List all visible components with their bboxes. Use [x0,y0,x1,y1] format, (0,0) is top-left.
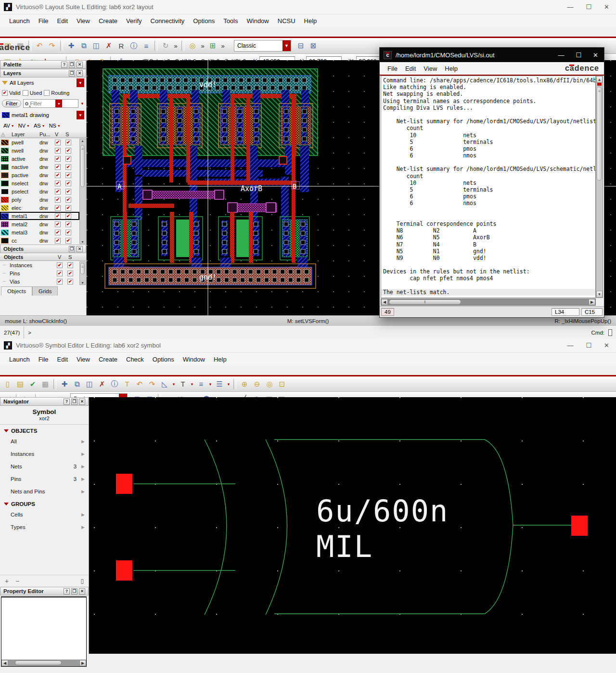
selectable-checkbox[interactable] [65,172,71,178]
visible-checkbox[interactable] [55,156,61,162]
label-icon[interactable]: T [121,378,133,390]
instances[interactable]: Instances ▶ [0,448,89,460]
layer-filter-combo[interactable]: All Layers ▼ [0,78,86,88]
scroll-right-icon[interactable]: ▶ [589,299,595,305]
selectable-checkbox[interactable] [65,197,71,203]
visible-checkbox[interactable] [55,140,61,145]
layer-row[interactable]: active drw [0,155,79,163]
menu-item[interactable]: Edit [53,17,72,25]
menu-item[interactable]: View [72,356,94,363]
lvs-titlebar[interactable]: c /home/lordm1/CMOSedu/LVS/si.out — ☐ ✕ [380,48,604,62]
scroll-down-icon[interactable]: ▼ [596,291,603,298]
new-icon[interactable]: ▯ [2,378,13,390]
nets-and-pins[interactable]: Nets and Pins ▶ [0,485,89,498]
ns[interactable]: NS▼ [48,123,62,129]
visible-checkbox[interactable] [57,262,63,268]
selectable-checkbox[interactable] [67,262,73,268]
float-icon[interactable]: ❐ [69,70,75,77]
objects-section[interactable]: OBJECTS [0,425,89,435]
menu-item[interactable]: Help [209,356,231,363]
menu-item[interactable]: Create [94,356,122,363]
layer-row[interactable]: nactive drw [0,163,79,171]
selectable-checkbox[interactable] [65,221,71,227]
types[interactable]: Types ▶ [0,521,89,533]
selectable-checkbox[interactable] [65,156,71,162]
delete-icon[interactable]: ✗ [96,378,108,390]
menu-item[interactable]: Launch [5,356,34,363]
move-icon[interactable]: ✚ [59,378,70,390]
help-icon[interactable]: ? [64,588,70,595]
menu-item[interactable]: Window [243,17,273,25]
menu-item[interactable]: File [34,356,53,363]
dropdown-caret[interactable]: ▾ [208,378,213,390]
scroll-up-icon[interactable]: ▲ [596,76,603,83]
chevron-right-icon[interactable]: ▶ [81,439,85,444]
menu-item[interactable]: Options [189,17,219,25]
selectable-checkbox[interactable] [67,279,73,285]
output-pin[interactable] [571,516,588,536]
nv[interactable]: NV▼ [17,123,31,129]
object-row[interactable]: ┈ Instances [0,261,79,269]
visible-checkbox[interactable] [55,189,61,194]
chevron-right-icon[interactable]: ▶ [81,489,85,494]
layer-row[interactable]: metal3 drw [0,228,79,236]
minimize-icon[interactable]: — [558,52,564,59]
menu-item[interactable]: File [384,65,401,72]
visible-checkbox[interactable] [55,213,61,219]
menu-item[interactable]: View [72,17,94,25]
menu-item[interactable]: NCSU [273,17,300,25]
visible-checkbox[interactable] [55,238,61,244]
close-icon[interactable]: ✕ [593,52,598,59]
dropdown-caret[interactable]: ▾ [171,378,176,390]
properties-icon[interactable]: ⓘ [109,378,120,390]
close-icon[interactable]: ✕ [77,246,83,252]
used[interactable]: Used [23,90,42,96]
visible-checkbox[interactable] [55,164,61,170]
av[interactable]: AV▼ [2,123,16,129]
menu-item[interactable]: File [34,17,53,25]
columns-icon[interactable]: ▯ [80,578,84,584]
input-pin-b[interactable] [116,560,132,581]
menu-item[interactable]: Options [148,356,179,363]
menu-item[interactable]: Tools [219,17,242,25]
visible-checkbox[interactable] [55,148,61,154]
selectable-checkbox[interactable] [65,205,71,211]
layer-row[interactable]: pwell drw [0,138,79,146]
layer-row[interactable]: pselect drw [0,187,79,195]
selectable-checkbox[interactable] [65,189,71,194]
copy-icon[interactable]: ⧉ [71,378,83,390]
maximize-icon[interactable]: ☐ [586,342,591,349]
save-icon[interactable]: ▦ [39,378,51,390]
lvs-vertical-scrollbar[interactable]: ▲ ▼ [596,76,603,298]
zoom-in-icon[interactable]: ⊕ [239,378,250,390]
chevron-right-icon[interactable]: ▶ [81,512,85,517]
selectable-checkbox[interactable] [65,140,71,145]
grids[interactable]: Grids [32,286,58,296]
zoom-out-icon[interactable]: ⊖ [251,378,263,390]
close-icon[interactable]: ✕ [77,70,83,77]
cells[interactable]: Cells ▶ [0,508,89,521]
layer-row[interactable]: elec drw [0,204,79,212]
pins[interactable]: Pins 3 ▶ [0,473,89,485]
layer-row[interactable]: metal1 drw [0,212,79,220]
visible-checkbox[interactable] [55,221,61,227]
as[interactable]: AS▼ [32,123,47,129]
layer-scrollbar[interactable]: ▲ ▼ [79,139,86,244]
objects[interactable]: Objects [1,286,32,296]
menu-item[interactable]: Help [300,17,321,25]
close-icon[interactable]: ✕ [77,62,83,68]
close-icon[interactable]: ✕ [79,399,85,405]
help-icon[interactable]: ? [64,399,70,405]
divider[interactable] [233,379,236,389]
scroll-left-icon[interactable]: ◀ [381,299,388,305]
open-icon[interactable]: ▤ [14,378,26,390]
layer-row[interactable]: nwell drw [0,146,79,155]
chevron-right-icon[interactable]: ▶ [81,452,85,456]
distribute-icon[interactable]: ☰ [214,378,225,390]
remove-button[interactable]: − [15,577,19,585]
visible-checkbox[interactable] [55,205,61,211]
input-pin-a[interactable] [116,474,132,494]
selectable-checkbox[interactable] [65,230,71,235]
menu-item[interactable]: Verify [122,17,146,25]
shape-icon[interactable]: ◺ [159,378,170,390]
